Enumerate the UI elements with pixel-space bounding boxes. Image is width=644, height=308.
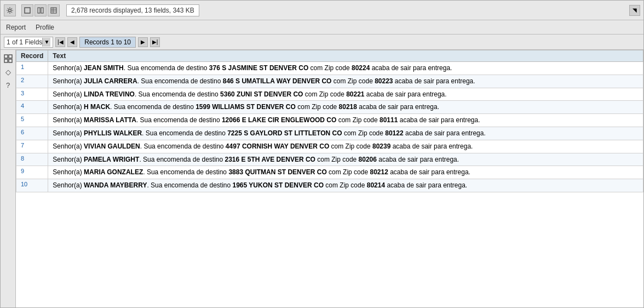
text-span: acaba de sair para entrega.: [393, 77, 475, 85]
menu-bar: Report Profile: [1, 20, 643, 35]
table-row: 1Senhor(a) JEAN SMITH. Sua encomenda de …: [16, 62, 643, 75]
tag-icon[interactable]: ◇: [3, 66, 14, 77]
cell-text: Senhor(a) MARIA GONZALEZ. Sua encomenda …: [48, 166, 643, 179]
cell-record-num: 2: [16, 75, 48, 88]
prev-page-btn[interactable]: ◀: [67, 37, 77, 47]
cell-text: Senhor(a) LINDA TREVINO. Sua encomenda d…: [48, 88, 643, 101]
profile-menu[interactable]: Profile: [33, 23, 56, 32]
table-row: 4Senhor(a) H MACK. Sua encomenda de dest…: [16, 101, 643, 114]
text-span: . Sua encomenda de destino: [110, 103, 196, 111]
text-span: com Zip code: [329, 142, 372, 150]
text-span: 7225 S GAYLORD ST LITTLETON CO: [227, 129, 342, 137]
table-row: 2Senhor(a) JULIA CARRERA. Sua encomenda …: [16, 75, 643, 88]
text-span: 80212: [370, 168, 388, 176]
records-text: Records 1 to 10: [84, 38, 131, 46]
text-span: 80221: [346, 90, 364, 98]
text-span: acaba de sair para entrega.: [385, 181, 467, 189]
text-span: com Zip code: [336, 116, 380, 124]
fields-text: 1 of 1 Fields: [7, 38, 42, 46]
cell-text: Senhor(a) PHYLLIS WALKER. Sua encomenda …: [48, 127, 643, 140]
fields-dropdown-btn[interactable]: ▼: [42, 38, 50, 47]
text-span: JEAN SMITH: [84, 64, 124, 72]
text-span: JULIA CARRERA: [84, 77, 137, 85]
text-span: . Sua encomenda de destino: [147, 181, 232, 189]
table-row: 7Senhor(a) VIVIAN GAULDEN. Sua encomenda…: [16, 140, 643, 153]
columnar-view-btn[interactable]: [34, 4, 47, 16]
text-span: Senhor(a): [53, 64, 84, 72]
text-span: 5360 ZUNI ST DENVER CO: [220, 90, 303, 98]
text-span: MARIA GONZALEZ: [84, 168, 143, 176]
text-span: . Sua encomenda de destino: [137, 77, 223, 85]
text-span: acaba de sair para entrega.: [377, 156, 459, 163]
svg-rect-8: [4, 55, 8, 58]
text-span: 846 S UMATILLA WAY DENVER CO: [223, 77, 332, 85]
text-span: Senhor(a): [53, 156, 84, 163]
text-span: 80239: [372, 142, 390, 150]
svg-rect-2: [38, 8, 40, 13]
text-span: acaba de sair para entrega.: [365, 90, 447, 98]
report-menu[interactable]: Report: [4, 23, 28, 32]
text-span: Senhor(a): [53, 90, 84, 98]
table-row: 6Senhor(a) PHYLLIS WALKER. Sua encomenda…: [16, 127, 643, 140]
text-span: Senhor(a): [53, 103, 84, 111]
cell-text: Senhor(a) JEAN SMITH. Sua encomenda de d…: [48, 62, 643, 75]
cell-record-num: 10: [16, 179, 48, 192]
cell-text: Senhor(a) WANDA MAYBERRY. Sua encomenda …: [48, 179, 643, 192]
text-span: acaba de sair para entrega.: [398, 116, 480, 124]
col-header-text: Text: [48, 50, 643, 62]
text-span: Senhor(a): [53, 181, 84, 189]
text-span: com Zip code: [303, 90, 346, 98]
text-span: MARISSA LATTA: [84, 116, 136, 124]
page-info: 1 of 1 Fields ▼: [4, 37, 53, 48]
text-span: acaba de sair para entrega.: [370, 64, 452, 72]
svg-rect-3: [41, 8, 43, 13]
next-page-btn[interactable]: ▶: [138, 37, 148, 47]
cell-record-num: 5: [16, 114, 48, 127]
status-text: 2,678 records displayed, 13 fields, 343 …: [66, 4, 199, 16]
text-span: Senhor(a): [53, 168, 84, 176]
main-content: ◇ ? Record Text 1Senhor(a) JEAN SMITH. S…: [1, 50, 643, 307]
last-page-btn[interactable]: ▶|: [150, 37, 160, 47]
text-span: acaba de sair para entrega.: [404, 129, 486, 137]
text-span: . Sua encomenda de destino: [139, 156, 225, 163]
svg-rect-4: [51, 8, 56, 13]
text-span: 4497 CORNISH WAY DENVER CO: [226, 142, 329, 150]
text-span: . Sua encomenda de destino: [143, 168, 228, 176]
svg-rect-11: [9, 59, 12, 62]
text-span: PHYLLIS WALKER: [84, 129, 142, 137]
text-span: 80111: [380, 116, 398, 124]
text-span: 80206: [359, 156, 377, 163]
text-span: Senhor(a): [53, 116, 84, 124]
text-span: com Zip code: [324, 181, 367, 189]
first-page-btn[interactable]: |◀: [55, 37, 65, 47]
text-span: com Zip code: [342, 129, 386, 137]
cell-record-num: 7: [16, 140, 48, 153]
cell-record-num: 1: [16, 62, 48, 75]
question-icon[interactable]: ?: [3, 79, 14, 90]
table-row: 9Senhor(a) MARIA GONZALEZ. Sua encomenda…: [16, 166, 643, 179]
settings-icon[interactable]: [4, 4, 16, 16]
svg-rect-1: [25, 8, 30, 13]
text-span: com Zip code: [327, 168, 370, 176]
cell-text: Senhor(a) PAMELA WRIGHT. Sua encomenda d…: [48, 153, 643, 166]
text-span: 1599 WILLIAMS ST DENVER CO: [196, 103, 296, 111]
cell-text: Senhor(a) JULIA CARRERA. Sua encomenda d…: [48, 75, 643, 88]
cell-record-num: 6: [16, 127, 48, 140]
table-view-btn[interactable]: [48, 4, 60, 16]
collapse-btn[interactable]: ◥: [629, 5, 640, 16]
fields-selector[interactable]: 1 of 1 Fields ▼: [4, 37, 53, 48]
data-area[interactable]: Record Text 1Senhor(a) JEAN SMITH. Sua e…: [16, 50, 643, 307]
toolbar-top: 2,678 records displayed, 13 fields, 343 …: [1, 1, 643, 20]
text-span: com Zip code: [296, 103, 339, 111]
single-record-view-btn[interactable]: [21, 4, 33, 16]
cell-record-num: 4: [16, 101, 48, 114]
cell-record-num: 3: [16, 88, 48, 101]
text-span: . Sua encomenda de destino: [124, 64, 209, 72]
grid-icon[interactable]: [3, 53, 14, 64]
records-range-btn[interactable]: Records 1 to 10: [79, 37, 136, 48]
text-span: WANDA MAYBERRY: [84, 181, 147, 189]
text-span: acaba de sair para entrega.: [388, 168, 470, 176]
text-span: H MACK: [84, 103, 110, 111]
text-span: 12066 E LAKE CIR ENGLEWOOD CO: [222, 116, 336, 124]
table-row: 10Senhor(a) WANDA MAYBERRY. Sua encomend…: [16, 179, 643, 192]
